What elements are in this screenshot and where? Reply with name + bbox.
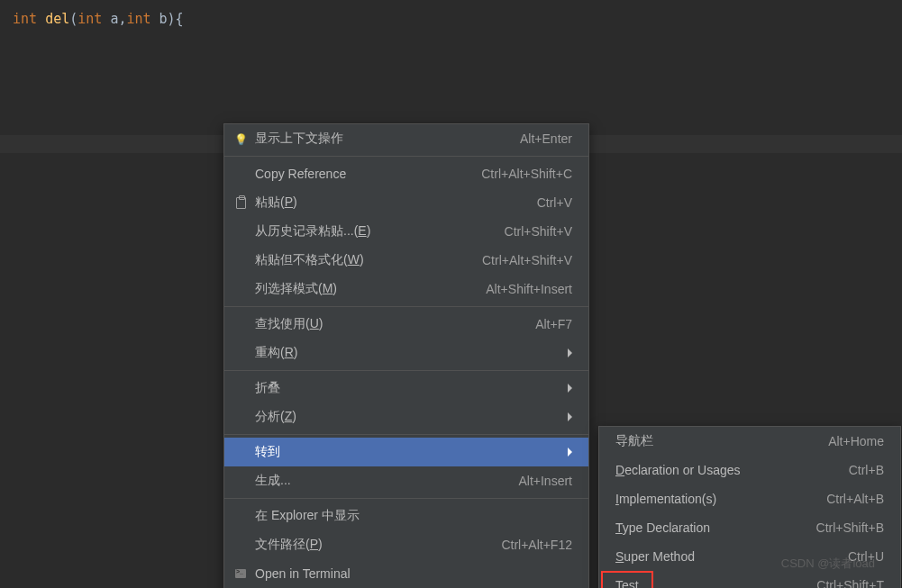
code-punct: ( [69, 11, 77, 27]
menu-item[interactable]: 分析(Z) [224, 403, 588, 431]
menu-shortcut: Alt+Enter [520, 131, 572, 146]
code-editor[interactable]: int del(int a,int b){ [0, 0, 902, 39]
menu-item[interactable]: 粘贴(P)Ctrl+V [224, 188, 588, 217]
code-param: b [159, 11, 168, 27]
menu-separator [224, 498, 588, 499]
menu-item-label: Declaration or Usages [615, 463, 831, 477]
menu-shortcut: Alt+Home [828, 434, 884, 448]
menu-shortcut: Alt+Insert [518, 474, 572, 488]
menu-icon-slot [232, 410, 250, 424]
menu-icon-slot [232, 381, 250, 395]
watermark: CSDN @读者load [781, 556, 875, 572]
menu-item[interactable]: 显示上下文操作Alt+Enter [224, 124, 588, 153]
menu-item-label: 文件路径(P) [255, 537, 483, 553]
menu-separator [224, 370, 588, 371]
menu-item-label: Copy Reference [255, 167, 463, 181]
context-menu[interactable]: 显示上下文操作Alt+EnterCopy ReferenceCtrl+Alt+S… [223, 123, 589, 588]
submenu-item[interactable]: Implementation(s)Ctrl+Alt+B [599, 484, 900, 513]
menu-item-label: Type Declaration [615, 520, 798, 535]
menu-item-label: 显示上下文操作 [255, 131, 502, 147]
menu-separator [224, 156, 588, 157]
menu-shortcut: Ctrl+Shift+V [505, 224, 572, 239]
menu-shortcut: Ctrl+Alt+Shift+V [482, 253, 572, 267]
menu-shortcut: Ctrl+Alt+F12 [501, 538, 572, 552]
paste-icon [236, 197, 246, 209]
menu-shortcut: Alt+F7 [535, 317, 572, 331]
menu-item-label: 导航栏 [615, 433, 810, 449]
code-keyword: int [77, 11, 110, 27]
menu-icon-slot [232, 445, 250, 459]
menu-icon-slot [232, 509, 250, 523]
menu-icon-slot [232, 195, 250, 210]
menu-icon-slot [232, 224, 250, 239]
code-keyword: int [13, 11, 45, 27]
menu-item[interactable]: 转到 [224, 438, 588, 466]
submenu-item[interactable]: TestCtrl+Shift+T [599, 571, 900, 588]
bulb-icon [234, 131, 248, 146]
submenu-item[interactable]: Type DeclarationCtrl+Shift+B [599, 513, 900, 542]
menu-item-label: 列选择模式(M) [255, 281, 468, 297]
menu-shortcut: Ctrl+Alt+B [826, 492, 884, 506]
menu-icon-slot [232, 167, 250, 181]
chevron-right-icon [568, 412, 572, 421]
submenu-item[interactable]: 导航栏Alt+Home [599, 427, 900, 456]
menu-shortcut: Alt+Shift+Insert [486, 282, 572, 296]
menu-icon-slot [232, 346, 250, 360]
menu-separator [224, 306, 588, 307]
menu-item-label: 重构(R) [255, 345, 550, 361]
menu-item[interactable]: Open in Terminal [224, 559, 588, 588]
menu-icon-slot [232, 253, 250, 267]
menu-shortcut: Ctrl+B [849, 463, 884, 477]
menu-icon-slot [232, 538, 250, 552]
menu-item-label: 粘贴(P) [255, 194, 519, 211]
menu-separator [224, 434, 588, 435]
menu-item-label: 转到 [255, 444, 550, 460]
menu-icon-slot [232, 566, 250, 581]
menu-item[interactable]: 折叠 [224, 374, 588, 403]
menu-icon-slot [232, 282, 250, 296]
menu-item[interactable]: 在 Explorer 中显示 [224, 502, 588, 530]
menu-item-label: Test [615, 578, 798, 588]
menu-item[interactable]: 生成...Alt+Insert [224, 466, 588, 495]
menu-item[interactable]: 粘贴但不格式化(W)Ctrl+Alt+Shift+V [224, 246, 588, 275]
menu-item[interactable]: 文件路径(P)Ctrl+Alt+F12 [224, 530, 588, 559]
menu-item[interactable]: 从历史记录粘贴...(E)Ctrl+Shift+V [224, 217, 588, 246]
code-punct: ){ [168, 11, 184, 27]
menu-icon-slot [232, 317, 250, 331]
menu-item[interactable]: 列选择模式(M)Alt+Shift+Insert [224, 275, 588, 303]
submenu-item[interactable]: Declaration or UsagesCtrl+B [599, 456, 900, 484]
menu-shortcut: Ctrl+V [537, 195, 572, 210]
menu-icon-slot [232, 131, 250, 146]
code-keyword: int [126, 11, 159, 27]
menu-item-label: 在 Explorer 中显示 [255, 508, 572, 524]
menu-item-label: 粘贴但不格式化(W) [255, 252, 464, 268]
menu-icon-slot [232, 474, 250, 488]
menu-item-label: 从历史记录粘贴...(E) [255, 223, 487, 240]
menu-shortcut: Ctrl+Shift+T [816, 578, 884, 588]
chevron-right-icon [568, 348, 572, 357]
menu-item-label: 折叠 [255, 380, 550, 396]
chevron-right-icon [568, 384, 572, 393]
menu-item-label: 分析(Z) [255, 409, 550, 425]
menu-shortcut: Ctrl+Shift+B [816, 520, 884, 535]
menu-item-label: Implementation(s) [615, 492, 808, 506]
menu-shortcut: Ctrl+Alt+Shift+C [481, 167, 572, 181]
menu-item-label: 生成... [255, 473, 500, 489]
chevron-right-icon [568, 448, 572, 457]
menu-item[interactable]: 重构(R) [224, 339, 588, 367]
menu-item[interactable]: Copy ReferenceCtrl+Alt+Shift+C [224, 159, 588, 188]
menu-item[interactable]: 查找使用(U)Alt+F7 [224, 310, 588, 339]
menu-item-label: Open in Terminal [255, 566, 572, 581]
terminal-icon [235, 569, 246, 578]
menu-item-label: 查找使用(U) [255, 316, 517, 332]
code-function-name: del [45, 11, 69, 27]
